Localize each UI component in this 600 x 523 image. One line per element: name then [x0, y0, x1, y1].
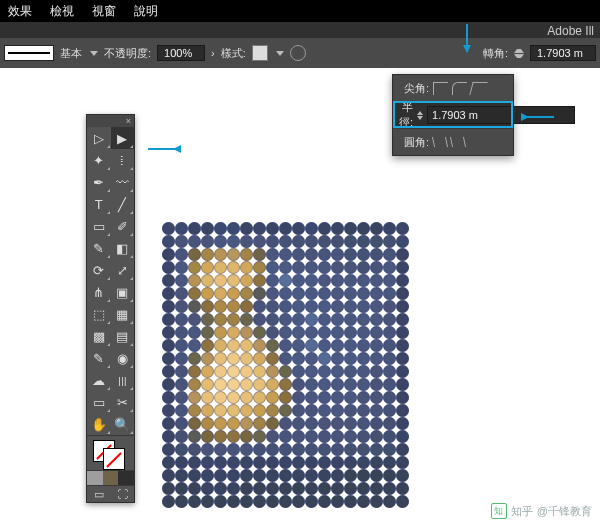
mosaic-dot[interactable]	[175, 352, 188, 365]
tool-curvature[interactable]: 〰	[111, 171, 135, 193]
mosaic-dot[interactable]	[357, 391, 370, 404]
mosaic-dot[interactable]	[344, 313, 357, 326]
mosaic-dot[interactable]	[253, 235, 266, 248]
mosaic-dot[interactable]	[266, 222, 279, 235]
mosaic-dot[interactable]	[253, 339, 266, 352]
mosaic-dot[interactable]	[318, 378, 331, 391]
mosaic-dot[interactable]	[318, 274, 331, 287]
mosaic-dot[interactable]	[201, 391, 214, 404]
tool-zoom[interactable]: 🔍	[111, 413, 135, 435]
radius-stepper[interactable]	[417, 108, 423, 122]
mosaic-dot[interactable]	[396, 378, 409, 391]
corner-round-icon[interactable]	[452, 82, 467, 95]
mosaic-dot[interactable]	[279, 313, 292, 326]
mosaic-dot[interactable]	[383, 495, 396, 508]
mosaic-dot[interactable]	[201, 326, 214, 339]
mosaic-dot[interactable]	[396, 404, 409, 417]
mosaic-dot[interactable]	[253, 417, 266, 430]
mosaic-dot[interactable]	[214, 300, 227, 313]
mosaic-dot[interactable]	[175, 404, 188, 417]
mosaic-dot[interactable]	[253, 365, 266, 378]
mosaic-dot[interactable]	[188, 274, 201, 287]
mosaic-dot[interactable]	[227, 235, 240, 248]
mosaic-dot[interactable]	[396, 430, 409, 443]
mosaic-dot[interactable]	[331, 274, 344, 287]
mosaic-dot[interactable]	[201, 248, 214, 261]
mosaic-dot[interactable]	[370, 469, 383, 482]
mosaic-dot[interactable]	[201, 417, 214, 430]
mosaic-dot[interactable]	[175, 235, 188, 248]
mosaic-dot[interactable]	[201, 235, 214, 248]
mosaic-dot[interactable]	[175, 365, 188, 378]
mosaic-dot[interactable]	[305, 339, 318, 352]
mosaic-dot[interactable]	[201, 482, 214, 495]
mosaic-dot[interactable]	[305, 313, 318, 326]
mosaic-dot[interactable]	[175, 287, 188, 300]
stroke-preview[interactable]	[4, 45, 54, 61]
mosaic-dot[interactable]	[175, 469, 188, 482]
mosaic-dot[interactable]	[188, 417, 201, 430]
mosaic-dot[interactable]	[162, 404, 175, 417]
mosaic-dot[interactable]	[253, 430, 266, 443]
mosaic-dot[interactable]	[175, 222, 188, 235]
mosaic-dot[interactable]	[201, 365, 214, 378]
mosaic-dot[interactable]	[214, 261, 227, 274]
mosaic-dot[interactable]	[357, 287, 370, 300]
mosaic-dot[interactable]	[318, 313, 331, 326]
tool-pen[interactable]: ✒	[87, 171, 111, 193]
mosaic-dot[interactable]	[162, 378, 175, 391]
mosaic-dot[interactable]	[214, 430, 227, 443]
mosaic-dot[interactable]	[227, 404, 240, 417]
mosaic-dot[interactable]	[240, 404, 253, 417]
corner-stepper[interactable]	[514, 46, 524, 60]
mosaic-dot[interactable]	[240, 495, 253, 508]
mosaic-dot[interactable]	[253, 469, 266, 482]
tool-hand[interactable]: ✋	[87, 413, 111, 435]
mosaic-dot[interactable]	[214, 339, 227, 352]
mosaic-dot[interactable]	[357, 222, 370, 235]
mosaic-dot[interactable]	[253, 352, 266, 365]
mosaic-dot[interactable]	[305, 469, 318, 482]
mosaic-dot[interactable]	[201, 352, 214, 365]
mosaic-dot[interactable]	[227, 391, 240, 404]
mosaic-dot[interactable]	[331, 482, 344, 495]
style-swatch[interactable]	[252, 45, 268, 61]
mosaic-dot[interactable]	[383, 378, 396, 391]
mosaic-dot[interactable]	[201, 261, 214, 274]
mosaic-dot[interactable]	[370, 482, 383, 495]
mosaic-dot[interactable]	[162, 274, 175, 287]
mosaic-dot[interactable]	[162, 482, 175, 495]
mosaic-dot[interactable]	[331, 404, 344, 417]
mosaic-dot[interactable]	[240, 313, 253, 326]
mosaic-dot[interactable]	[344, 456, 357, 469]
screen-modes[interactable]: ▭⛶	[87, 485, 134, 502]
tool-shape-builder[interactable]: ⬚	[87, 303, 111, 325]
mosaic-dot[interactable]	[396, 352, 409, 365]
tool-rect[interactable]: ▭	[87, 215, 111, 237]
mosaic-dot[interactable]	[214, 326, 227, 339]
mosaic-dot[interactable]	[253, 222, 266, 235]
mosaic-dot[interactable]	[357, 482, 370, 495]
mosaic-dot[interactable]	[253, 391, 266, 404]
mosaic-dot[interactable]	[279, 235, 292, 248]
mosaic-dot[interactable]	[396, 339, 409, 352]
mosaic-dot[interactable]	[370, 287, 383, 300]
mosaic-dot[interactable]	[214, 404, 227, 417]
mosaic-dot[interactable]	[396, 495, 409, 508]
mosaic-dot[interactable]	[175, 313, 188, 326]
mosaic-dot[interactable]	[175, 339, 188, 352]
mosaic-dot[interactable]	[266, 482, 279, 495]
mosaic-dot[interactable]	[201, 274, 214, 287]
mosaic-dot[interactable]	[357, 469, 370, 482]
mosaic-dot[interactable]	[175, 417, 188, 430]
mosaic-dot[interactable]	[240, 248, 253, 261]
menu-view[interactable]: 檢視	[50, 3, 74, 20]
mosaic-dot[interactable]	[357, 443, 370, 456]
mosaic-dot[interactable]	[292, 261, 305, 274]
corner-miter-icon[interactable]	[433, 82, 448, 95]
mosaic-dot[interactable]	[227, 482, 240, 495]
panel-header[interactable]: ×	[87, 115, 134, 127]
mosaic-dot[interactable]	[188, 469, 201, 482]
mosaic-dot[interactable]	[305, 456, 318, 469]
mosaic-dot[interactable]	[305, 235, 318, 248]
